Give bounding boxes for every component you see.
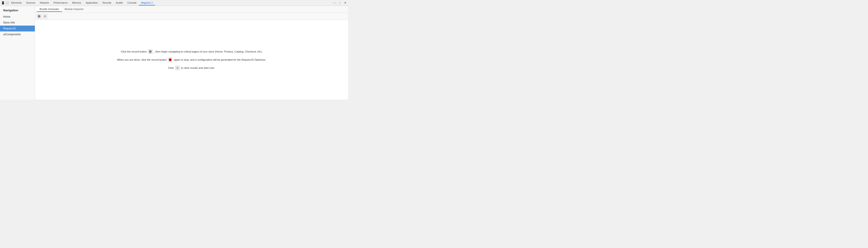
tab-elements[interactable]: Elements xyxy=(9,0,24,5)
devtools-tabbar: 📱 ⬜ Elements Sources Network Performance… xyxy=(0,0,348,6)
instruction-line-2: When you are done, click the record butt… xyxy=(117,57,266,62)
inline-record-button-2 xyxy=(168,57,173,62)
inline-record-button-1 xyxy=(148,49,153,54)
inline-record-dot-2 xyxy=(169,58,172,61)
tab-sources[interactable]: Sources xyxy=(24,0,37,5)
devtools-icons: ⚠ 1 ⋮ ✕ xyxy=(332,1,347,5)
instruction-3-post: to clear results and start over. xyxy=(181,66,215,69)
toolbar: ⊘ xyxy=(35,13,348,20)
sidebar-item-uicomponents[interactable]: uiComponents xyxy=(0,31,35,37)
instructions: Click the record button , then begin nav… xyxy=(117,49,266,70)
sidebar: Navigation Home Store Info RequireJS uiC… xyxy=(0,6,35,100)
instruction-3-pre: Click xyxy=(168,66,174,69)
warning-count: 1 xyxy=(335,2,336,4)
tab-module-inspector[interactable]: Module Inspector xyxy=(62,7,86,12)
sidebar-item-requirejs[interactable]: RequireJS xyxy=(0,26,35,31)
devtools-dock-icon[interactable]: ⬜ xyxy=(5,1,9,5)
content-area: Bundle Generator Module Inspector ⊘ Clic… xyxy=(35,6,348,100)
tab-audits[interactable]: Audits xyxy=(114,0,125,5)
devtools-mobile-icon[interactable]: 📱 xyxy=(1,1,5,5)
instruction-2-post: again to stop, and a configuration will … xyxy=(174,58,266,61)
tab-console[interactable]: Console xyxy=(125,0,138,5)
sidebar-item-home[interactable]: Home xyxy=(0,14,35,20)
instruction-2-pre: When you are done, click the record butt… xyxy=(117,58,166,61)
tab-magento2[interactable]: Magento 2 xyxy=(139,0,155,5)
warning-icon: ⚠ xyxy=(332,1,335,4)
instructions-panel: Click the record button , then begin nav… xyxy=(35,20,348,100)
clear-icon: ⊘ xyxy=(44,15,46,18)
overflow-menu-icon[interactable]: ⋮ xyxy=(338,1,342,5)
warning-badge: ⚠ 1 xyxy=(332,1,336,4)
tab-application[interactable]: Application xyxy=(84,0,100,5)
tab-memory[interactable]: Memory xyxy=(70,0,84,5)
inline-clear-button: ⊘ xyxy=(175,65,180,70)
instruction-1-post: , then begin navigating to critical page… xyxy=(154,50,262,53)
record-dot xyxy=(38,15,40,18)
sidebar-item-storeinfo[interactable]: Store Info xyxy=(0,20,35,26)
record-button[interactable] xyxy=(37,14,41,19)
inline-record-dot-1 xyxy=(149,50,152,53)
clear-button[interactable]: ⊘ xyxy=(43,14,47,19)
tab-performance[interactable]: Performance xyxy=(51,0,70,5)
tab-bundle-generator[interactable]: Bundle Generator xyxy=(37,7,62,12)
main-layout: Navigation Home Store Info RequireJS uiC… xyxy=(0,6,348,100)
sidebar-title: Navigation xyxy=(0,6,35,14)
close-devtools-icon[interactable]: ✕ xyxy=(343,1,347,5)
tab-security[interactable]: Security xyxy=(100,0,114,5)
sidebar-navigation: Home Store Info RequireJS uiComponents xyxy=(0,14,35,37)
instruction-1-pre: Click the record button xyxy=(121,50,147,53)
sub-tabs: Bundle Generator Module Inspector xyxy=(35,6,348,13)
instruction-line-1: Click the record button , then begin nav… xyxy=(121,49,262,54)
instruction-line-3: Click ⊘ to clear results and start over. xyxy=(168,65,215,70)
inline-clear-icon: ⊘ xyxy=(176,66,179,70)
tab-network[interactable]: Network xyxy=(37,0,51,5)
